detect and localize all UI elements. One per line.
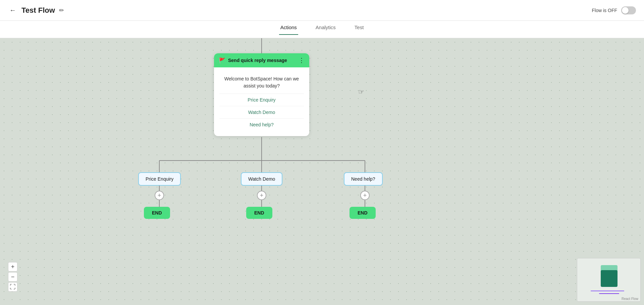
- zoom-fit-button[interactable]: ⛶: [8, 282, 17, 292]
- tab-analytics[interactable]: Analytics: [314, 24, 337, 35]
- plus-circle-3[interactable]: +: [360, 191, 370, 200]
- option-watch-demo[interactable]: Watch Demo: [219, 106, 304, 119]
- option-need-help[interactable]: Need help?: [219, 119, 304, 131]
- flow-status-label: Flow is OFF: [592, 8, 617, 13]
- branch-node-watch-demo[interactable]: Watch Demo: [241, 172, 282, 186]
- mini-node-dark: [601, 270, 618, 287]
- tabs-bar: Actions Analytics Test: [0, 21, 644, 38]
- zoom-controls: + − ⛶: [8, 262, 17, 292]
- zoom-in-button[interactable]: +: [8, 262, 17, 271]
- node-title: Send quick reply message: [228, 58, 287, 63]
- mini-map-content: [577, 258, 640, 301]
- plus-circle-1[interactable]: +: [155, 191, 164, 200]
- branch-node-need-help[interactable]: Need help?: [344, 172, 383, 186]
- zoom-out-button[interactable]: −: [8, 272, 17, 282]
- page-title: Test Flow: [21, 6, 55, 15]
- mini-line-2: [599, 293, 619, 294]
- flow-lines: [0, 38, 644, 305]
- header-left: ← Test Flow ✏: [8, 5, 64, 15]
- node-card-header: 🚩 Send quick reply message ⋮: [214, 53, 309, 67]
- tab-actions[interactable]: Actions: [279, 24, 298, 35]
- end-node-3: END: [350, 207, 376, 219]
- node-message: Welcome to BotSpace! How can we assist y…: [219, 73, 304, 94]
- header-right: Flow is OFF: [592, 6, 636, 14]
- end-node-2: END: [246, 207, 272, 219]
- edit-icon[interactable]: ✏: [59, 7, 64, 14]
- flow-canvas[interactable]: 🚩 Send quick reply message ⋮ Welcome to …: [0, 38, 644, 305]
- main-node-card: 🚩 Send quick reply message ⋮ Welcome to …: [214, 53, 309, 136]
- mini-map-label: React Flow: [622, 297, 638, 301]
- tab-test[interactable]: Test: [353, 24, 365, 35]
- flow-container: 🚩 Send quick reply message ⋮ Welcome to …: [0, 38, 644, 305]
- toggle-thumb: [622, 7, 629, 14]
- message-icon: 🚩: [219, 57, 225, 64]
- branch-node-price-enquiry[interactable]: Price Enquiry: [138, 172, 181, 186]
- node-body: Welcome to BotSpace! How can we assist y…: [214, 67, 309, 136]
- plus-circle-2[interactable]: +: [257, 191, 266, 200]
- back-button[interactable]: ←: [8, 5, 17, 15]
- flow-toggle[interactable]: [621, 6, 636, 14]
- mini-line: [591, 291, 624, 291]
- node-menu-icon[interactable]: ⋮: [299, 57, 305, 64]
- end-node-1: END: [144, 207, 170, 219]
- header: ← Test Flow ✏ Flow is OFF: [0, 0, 644, 21]
- mini-map: React Flow: [577, 258, 641, 302]
- node-header-left: 🚩 Send quick reply message: [219, 57, 287, 64]
- option-price-enquiry[interactable]: Price Enquiry: [219, 94, 304, 106]
